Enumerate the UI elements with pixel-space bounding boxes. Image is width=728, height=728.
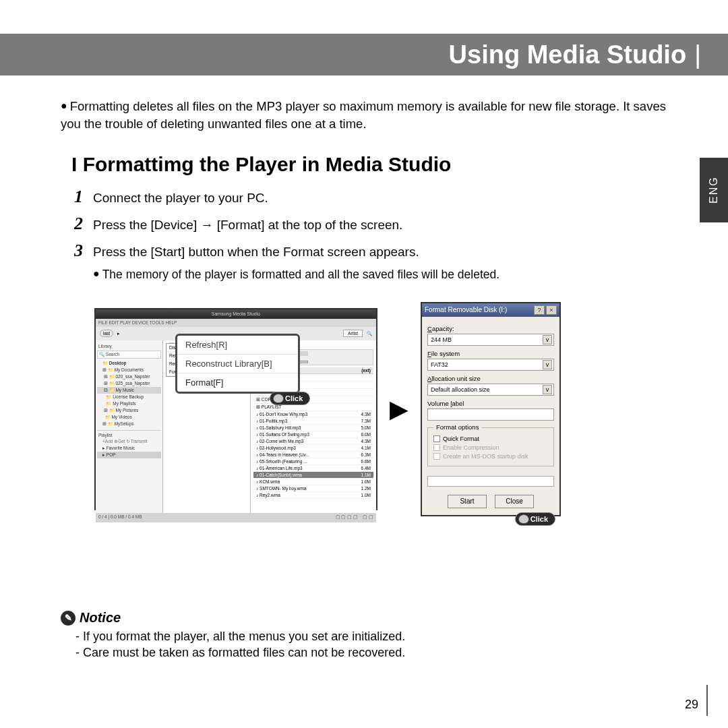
allocation-label: Allocation unit size (427, 375, 554, 382)
dialog-titlebar: Format Removable Disk (I:) ? × (422, 303, 559, 317)
filesystem-combo[interactable]: FAT32 v (427, 359, 554, 371)
quick-format-checkbox[interactable]: Quick Format (433, 435, 548, 442)
step-text: Press the [Device] → [Format] at the top… (93, 215, 402, 233)
step-text: Press the [Start] button when the Format… (93, 242, 419, 260)
step-1: 1 Connect the player to your PC. (74, 188, 688, 206)
format-popup-callout: Refresh[R] Reconstruct Library[B] Format… (175, 334, 300, 394)
library-label: Library (97, 343, 161, 349)
notice-section: ✎ Notice - If you format the player, all… (61, 610, 688, 662)
intro-text: Formatting deletes all files on the MP3 … (61, 99, 666, 131)
volume-label-input[interactable] (427, 408, 554, 421)
chevron-down-icon: v (543, 360, 552, 369)
click-badge: Click (270, 392, 310, 405)
help-icon: ? (534, 305, 545, 315)
intro-paragraph: ●Formatting deletes all files on the MP3… (61, 98, 688, 133)
enable-compression-checkbox: Enable Compression (433, 444, 548, 451)
header-pipe: | (694, 40, 701, 69)
close-icon: × (546, 305, 557, 315)
chevron-down-icon: v (543, 335, 552, 344)
format-options-group: Format options Quick Format Enable Compr… (427, 427, 554, 466)
artist-dropdown: Artist (343, 330, 363, 337)
popup-format: Format[F] (177, 373, 298, 392)
bullet-icon: ● (93, 268, 100, 279)
step-3-note: ●The memory of the player is formatted a… (93, 268, 688, 282)
page-header: Using Media Studio | (0, 34, 728, 75)
notice-item: - Care must be taken as formatted files … (75, 646, 688, 660)
step-number: 2 (74, 215, 88, 233)
playlist-label: Playlist (97, 430, 161, 438)
close-button[interactable]: Close (495, 495, 534, 508)
allocation-combo[interactable]: Default allocation size v (427, 384, 554, 396)
arrow-right-icon: ▶ (390, 395, 408, 423)
section-title: I Formattimg the Player in Media Studio (61, 153, 688, 176)
popup-refresh: Refresh[R] (177, 336, 298, 355)
volume-label-label: Volume label (427, 400, 554, 407)
app-titlebar: Samsung Media Studio (96, 309, 376, 319)
app-sidebar: Library 🔍 Search 📁 Desktop ⊞ 📁 My Docume… (96, 340, 163, 513)
app-menubar: FILE EDIT PLAY DEVICE TOOLS HELP (96, 319, 376, 327)
capacity-label: Capacity: (427, 325, 554, 332)
status-bar: 0 / 4 | 0.0 MB / 0.4 MB ▢ ▢ ▢ ▢ ▢ ▢ (96, 513, 376, 522)
step-number: 1 (74, 188, 88, 206)
click-badge: Click (515, 512, 555, 526)
notice-item: - If you format the player, all the menu… (75, 630, 688, 644)
start-button[interactable]: Start (448, 495, 487, 508)
chevron-down-icon: v (543, 385, 552, 394)
notice-title: Notice (80, 610, 121, 626)
vbar: I (71, 153, 83, 175)
page-number: 29 (685, 698, 698, 712)
bullet-icon: ● (61, 100, 67, 111)
step-3: 3 Press the [Start] button when the Form… (74, 242, 688, 260)
step-text: Connect the player to your PC. (93, 188, 268, 206)
msdos-startup-checkbox: Create an MS-DOS startup disk (433, 453, 548, 460)
language-tab: ENG (700, 158, 728, 222)
notice-heading: ✎ Notice (61, 610, 688, 626)
popup-reconstruct: Reconstruct Library[B] (177, 355, 298, 373)
step-2: 2 Press the [Device] → [Format] at the t… (74, 215, 688, 233)
dialog-title: Format Removable Disk (I:) (425, 306, 507, 313)
format-dialog-screenshot: Format Removable Disk (I:) ? × Capacity:… (421, 302, 561, 516)
media-studio-screenshot: Samsung Media Studio FILE EDIT PLAY DEVI… (94, 308, 377, 510)
note-text: The memory of the player is formatted an… (102, 268, 499, 281)
desktop-node: Desktop (109, 361, 127, 365)
progress-bar (427, 476, 554, 487)
section-title-text: Formattimg the Player in Media Studio (83, 153, 452, 175)
title-bar-icon (61, 154, 66, 173)
search-label: Search (106, 352, 120, 357)
capacity-combo[interactable]: 244 MB v (427, 334, 554, 346)
page-rule (706, 685, 708, 716)
pencil-icon: ✎ (61, 611, 75, 626)
step-number: 3 (74, 242, 88, 260)
page-title: Using Media Studio (449, 40, 687, 69)
filesystem-label: File system (427, 350, 554, 357)
